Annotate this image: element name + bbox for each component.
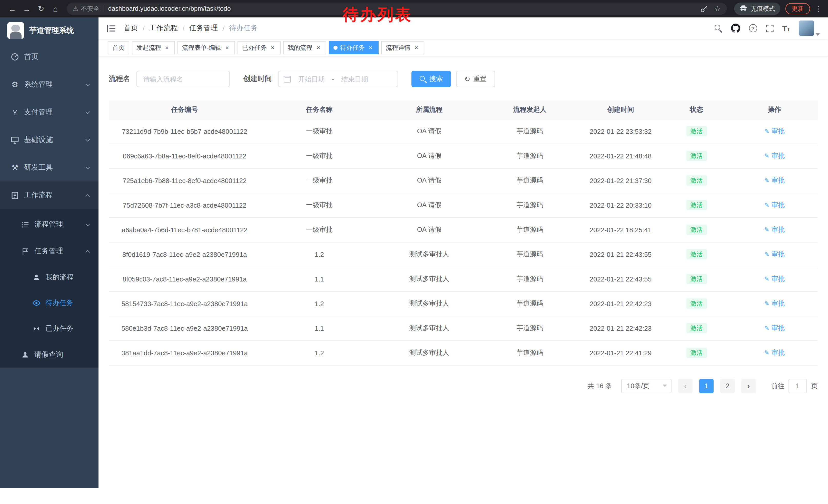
edit-icon: ✎ (764, 128, 769, 135)
sidebar-item-home[interactable]: 首页 (0, 43, 98, 71)
help-icon[interactable]: ? (749, 24, 757, 32)
sidebar-item-devtools[interactable]: ⚒ 研发工具 (0, 154, 98, 182)
password-key-icon[interactable] (701, 5, 708, 12)
close-icon[interactable]: × (413, 44, 420, 51)
table-row: 58154733-7ac8-11ec-a9e2-a2380e71991a 1.2… (109, 291, 818, 316)
breadcrumb-task-mgmt[interactable]: 任务管理 (189, 24, 218, 33)
chevron-down-icon (86, 110, 90, 114)
process-name-label: 流程名 (109, 74, 130, 84)
process-name-input[interactable] (136, 71, 230, 87)
status-badge: 激活 (686, 151, 707, 161)
approve-link[interactable]: ✎审批 (764, 324, 785, 333)
caret-down-icon (816, 33, 820, 36)
approve-link[interactable]: ✎审批 (764, 299, 785, 308)
browser-menu-icon[interactable]: ⋮ (815, 5, 822, 13)
app-logo: 芋道管理系统 (0, 17, 98, 43)
page-button-1[interactable]: 1 (699, 379, 714, 393)
status-badge: 激活 (686, 225, 707, 235)
tab-home[interactable]: 首页 (108, 41, 129, 54)
close-icon[interactable]: × (224, 44, 230, 51)
gear-icon: ⚙ (10, 80, 19, 89)
page-button-2[interactable]: 2 (720, 379, 735, 393)
tab-my-process[interactable]: 我的流程 × (283, 41, 326, 54)
browser-home-icon[interactable]: ⌂ (48, 2, 63, 16)
sidebar-item-todo-task[interactable]: 待办任务 (0, 290, 98, 316)
table-header-row: 任务编号 任务名称 所属流程 流程发起人 创建时间 状态 操作 (109, 100, 818, 119)
sidebar-item-infra[interactable]: 基础设施 (0, 126, 98, 154)
approve-link[interactable]: ✎审批 (764, 250, 785, 259)
incognito-icon (739, 5, 747, 12)
goto-unit: 页 (811, 381, 818, 391)
table-row: 580e1b3d-7ac8-11ec-a9e2-a2380e71991a 1.1… (109, 316, 818, 340)
next-page-button[interactable]: › (741, 379, 756, 393)
tab-done-task[interactable]: 已办任务 × (238, 41, 281, 54)
approve-link[interactable]: ✎审批 (764, 127, 785, 136)
status-badge: 激活 (686, 126, 707, 136)
status-badge: 激活 (686, 200, 707, 210)
chevron-down-icon (86, 165, 90, 170)
create-time-label: 创建时间 (243, 74, 272, 84)
tab-process-detail[interactable]: 流程详情 × (381, 41, 424, 54)
status-badge: 激活 (686, 274, 707, 284)
collapse-menu-icon[interactable] (107, 25, 115, 32)
sidebar-item-process-mgmt[interactable]: 流程管理 (0, 211, 98, 238)
page-size-select[interactable]: 10条/页 (621, 379, 671, 393)
tabs-bar: 首页 发起流程 × 流程表单-编辑 × 已办任务 × 我的流程 × 待办任务 × (98, 39, 828, 56)
close-icon[interactable]: × (164, 44, 170, 51)
security-chip[interactable]: ⚠ 不安全 (73, 4, 99, 13)
close-icon[interactable]: × (269, 44, 276, 51)
sidebar-item-workflow[interactable]: 工作流程 (0, 182, 98, 209)
approve-link[interactable]: ✎审批 (764, 176, 785, 185)
date-range-picker[interactable]: - (278, 71, 398, 87)
pagination: 共 16 条 10条/页 ‹ 1 2 › 前往 页 (109, 379, 818, 393)
edit-icon: ✎ (764, 226, 769, 233)
flag-icon (20, 247, 30, 255)
approve-link[interactable]: ✎审批 (764, 200, 785, 210)
search-icon[interactable] (714, 25, 722, 32)
user-menu[interactable] (799, 20, 820, 36)
edit-icon: ✎ (764, 349, 769, 356)
bowtie-icon (32, 325, 41, 332)
sidebar-item-done-task[interactable]: 已办任务 (0, 316, 98, 341)
col-task-name: 任务名称 (261, 100, 378, 119)
browser-reload-icon[interactable]: ↻ (34, 2, 48, 16)
prev-page-button[interactable]: ‹ (678, 379, 693, 393)
close-icon[interactable]: × (367, 44, 374, 51)
incognito-badge: 无痕模式 (734, 3, 780, 15)
chevron-down-icon (86, 137, 90, 142)
goto-page-input[interactable] (788, 379, 807, 393)
sidebar-item-leave-query[interactable]: 请假查询 (0, 341, 98, 368)
col-task-id: 任务编号 (109, 100, 261, 119)
approve-link[interactable]: ✎审批 (764, 274, 785, 283)
chevron-down-icon (86, 222, 90, 226)
end-date-input[interactable] (336, 75, 373, 83)
dashboard-icon (10, 53, 19, 61)
approve-link[interactable]: ✎审批 (764, 225, 785, 234)
sidebar: 芋道管理系统 首页 ⚙ 系统管理 ¥ 支付管理 基础设施 (0, 17, 98, 488)
sidebar-item-system[interactable]: ⚙ 系统管理 (0, 71, 98, 98)
browser-back-icon[interactable]: ← (5, 2, 19, 16)
fullscreen-icon[interactable] (766, 25, 773, 32)
tab-process-form-edit[interactable]: 流程表单-编辑 × (177, 41, 235, 54)
reset-button[interactable]: ↻ 重置 (456, 71, 495, 87)
search-button[interactable]: 搜索 (411, 71, 451, 87)
update-button[interactable]: 更新 (785, 3, 810, 14)
browser-forward-icon[interactable]: → (19, 2, 34, 16)
font-size-icon[interactable]: TT (782, 25, 790, 32)
close-icon[interactable]: × (315, 44, 322, 51)
breadcrumb-home[interactable]: 首页 (124, 24, 138, 33)
clipboard-icon (10, 191, 19, 199)
start-date-input[interactable] (293, 75, 330, 83)
bookmark-star-icon[interactable]: ☆ (714, 5, 721, 13)
sidebar-item-payment[interactable]: ¥ 支付管理 (0, 98, 98, 126)
github-icon[interactable] (731, 24, 740, 33)
omnibox-divider (104, 5, 104, 12)
breadcrumb-workflow[interactable]: 工作流程 (149, 24, 178, 33)
tab-todo-task[interactable]: 待办任务 × (329, 41, 379, 54)
approve-link[interactable]: ✎审批 (764, 151, 785, 161)
chevron-up-icon (86, 194, 90, 199)
approve-link[interactable]: ✎审批 (764, 348, 785, 357)
sidebar-item-task-mgmt[interactable]: 任务管理 (0, 238, 98, 265)
sidebar-item-my-process[interactable]: 我的流程 (0, 265, 98, 290)
tab-start-process[interactable]: 发起流程 × (132, 41, 175, 54)
